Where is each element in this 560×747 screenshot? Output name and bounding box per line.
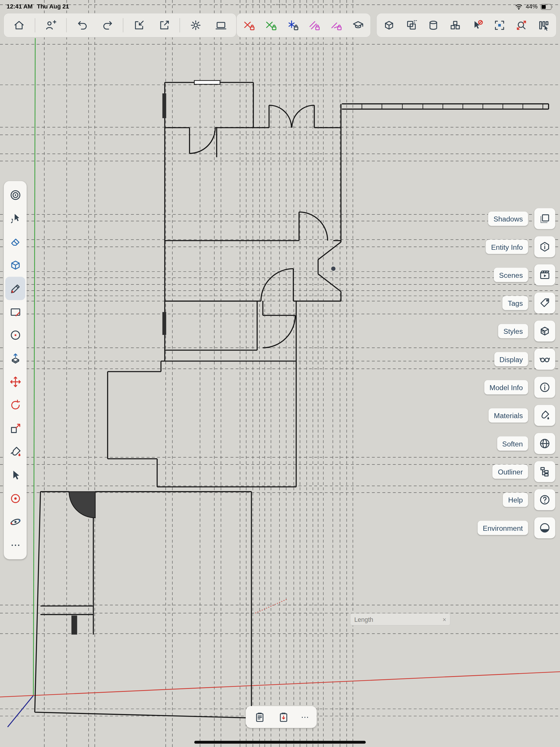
parallel-lock-button[interactable] — [305, 16, 324, 35]
rotate-tool[interactable] — [5, 394, 25, 417]
drawing-canvas[interactable] — [0, 0, 560, 747]
clipboard-toolbar: ⋯ — [246, 706, 317, 728]
styles-panel-icon-button[interactable] — [534, 321, 555, 342]
lasso-select-tool[interactable] — [5, 207, 25, 230]
insert-button[interactable] — [130, 16, 149, 35]
parallel-lock-icon — [308, 19, 321, 31]
shape-tool[interactable] — [5, 300, 25, 324]
marquee-select-button[interactable] — [490, 16, 509, 35]
home-button[interactable] — [10, 16, 29, 35]
guide-lines — [0, 0, 560, 747]
shadows-panel-icon-button[interactable] — [534, 208, 555, 229]
paint-bucket-tool[interactable] — [5, 440, 25, 464]
components-button[interactable] — [446, 16, 465, 35]
multitask-indicator[interactable]: ••• — [276, 2, 284, 7]
xray-cube-icon — [383, 19, 395, 31]
styles-panel-button[interactable]: Styles — [498, 324, 528, 338]
entity-info-panel-button[interactable]: Entity Info — [486, 239, 528, 254]
eraser-tool[interactable] — [5, 230, 25, 254]
look-around-tool[interactable] — [5, 487, 25, 510]
orbit-tool[interactable] — [5, 510, 25, 534]
model-info-icon — [539, 381, 551, 393]
green-axis-lock-icon — [265, 19, 277, 31]
environment-panel-button[interactable]: Environment — [477, 520, 528, 535]
move-tool[interactable] — [5, 370, 25, 394]
display-panel-button[interactable]: Display — [494, 352, 528, 366]
panel-row-entity-info: Entity Info — [486, 236, 555, 257]
display-panel-icon-button[interactable] — [534, 349, 555, 370]
home-icon — [13, 19, 25, 31]
angle-lock-button[interactable] — [327, 16, 346, 35]
pencil-tool[interactable] — [5, 277, 25, 300]
redo-icon — [101, 19, 113, 31]
panel-row-outliner: Outliner — [492, 461, 555, 482]
measurement-input[interactable]: Length × — [350, 613, 450, 625]
floorplan-walls[interactable] — [35, 82, 549, 718]
blue-axis-lock-button[interactable] — [283, 16, 302, 35]
paste-in-place-button[interactable] — [274, 708, 292, 726]
column-cursor-button[interactable] — [534, 16, 553, 35]
duplicate-button[interactable] — [402, 16, 421, 35]
green-axis-lock-button[interactable] — [261, 16, 280, 35]
clear-measurement-button[interactable]: × — [443, 616, 446, 623]
arc-icon — [9, 329, 22, 342]
shape-icon — [9, 306, 22, 318]
push-pull-tool[interactable] — [5, 347, 25, 370]
toolbar-separator — [123, 18, 124, 32]
soften-panel-button[interactable]: Soften — [497, 437, 528, 451]
tags-panel-button[interactable]: Tags — [503, 296, 528, 310]
scenes-panel-button[interactable]: Scenes — [494, 268, 528, 282]
device-button[interactable] — [211, 16, 231, 35]
panel-row-environment: Environment — [477, 517, 555, 538]
materials-panel-button[interactable]: Materials — [488, 408, 528, 422]
share-button[interactable] — [155, 16, 174, 35]
tags-panel-icon-button[interactable] — [534, 292, 555, 313]
status-bar: 12:41 AM Thu Aug 21 ••• 44% — [0, 0, 560, 14]
zoom-arrows-button[interactable] — [512, 16, 531, 35]
home-indicator[interactable] — [194, 741, 366, 744]
undo-icon — [76, 19, 88, 31]
smart-tools-tool[interactable] — [5, 183, 25, 207]
clock: 12:41 AM — [7, 3, 33, 10]
arc-tool[interactable] — [5, 324, 25, 347]
add-collaborator-button[interactable] — [41, 16, 60, 35]
outliner-panel-icon-button[interactable] — [534, 461, 555, 482]
cylinder-button[interactable] — [424, 16, 443, 35]
more-tool[interactable] — [5, 534, 25, 557]
model-info-panel-button[interactable]: Model Info — [484, 380, 528, 394]
styles-icon — [539, 325, 551, 337]
redo-button[interactable] — [98, 16, 117, 35]
settings-button[interactable] — [186, 16, 205, 35]
cursor-deny-button[interactable] — [468, 16, 487, 35]
model-info-panel-icon-button[interactable] — [534, 377, 555, 398]
help-icon — [539, 493, 551, 506]
panel-buttons: ShadowsEntity InfoScenesTagsStylesDispla… — [477, 208, 555, 538]
select-cursor-tool[interactable] — [5, 464, 25, 487]
scale-tool[interactable] — [5, 417, 25, 440]
xray-cube-button[interactable] — [380, 16, 399, 35]
panel-row-help: Help — [503, 489, 555, 510]
angle-lock-icon — [330, 19, 342, 31]
red-axis-lock-button[interactable] — [239, 16, 259, 35]
outliner-panel-button[interactable]: Outliner — [492, 465, 528, 479]
soften-panel-icon-button[interactable] — [534, 433, 555, 454]
help-panel-button[interactable]: Help — [503, 493, 528, 507]
view-toolbar — [377, 14, 556, 37]
paste-button[interactable] — [250, 708, 269, 726]
help-panel-icon-button[interactable] — [534, 489, 555, 510]
box-tool[interactable] — [5, 254, 25, 277]
undo-button[interactable] — [73, 16, 92, 35]
components-icon — [449, 19, 461, 31]
battery-percent: 44% — [526, 3, 537, 10]
marquee-select-icon — [493, 19, 505, 31]
scenes-panel-icon-button[interactable] — [534, 264, 555, 285]
materials-panel-icon-button[interactable] — [534, 405, 555, 426]
settings-icon — [190, 19, 202, 31]
blue-axis-lock-icon — [287, 19, 299, 31]
outliner-icon — [539, 465, 551, 478]
environment-panel-icon-button[interactable] — [534, 517, 555, 538]
entity-info-panel-icon-button[interactable] — [534, 236, 555, 257]
clipboard-more-button[interactable]: ⋯ — [298, 712, 312, 722]
instructor-button[interactable] — [349, 16, 368, 35]
shadows-panel-button[interactable]: Shadows — [488, 211, 528, 226]
